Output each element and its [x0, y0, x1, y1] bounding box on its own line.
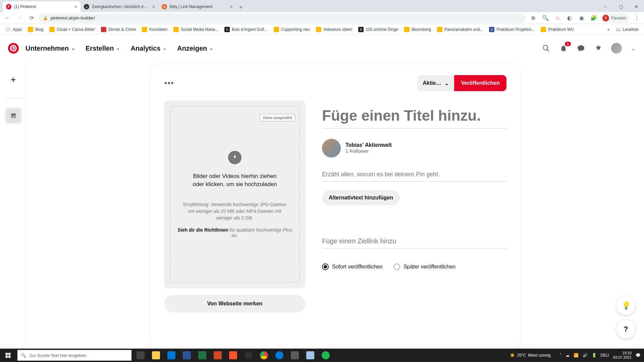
bookmark-item[interactable]: Social Media Mana...	[171, 25, 220, 34]
nav-create[interactable]: Erstellen⌄	[82, 42, 124, 55]
bookmark-item[interactable]: Bloomberg	[402, 25, 433, 34]
description-input[interactable]: Erzähl allen, worum es bei deinem Pin ge…	[322, 169, 506, 182]
weather-widget[interactable]: ☀️ 25°C Meist sonnig	[510, 353, 550, 358]
action-center-icon[interactable]: 💬	[636, 353, 641, 358]
zoom-icon[interactable]: 🔍	[541, 13, 550, 23]
destination-link-input[interactable]: Füge einen Ziellink hinzu	[322, 235, 506, 249]
close-icon[interactable]: ×	[152, 4, 155, 9]
close-window-button[interactable]: ✕	[629, 1, 644, 12]
bookmark-item[interactable]: Blog	[26, 25, 45, 34]
title-input[interactable]: Füge einen Titel hinzu.	[322, 107, 506, 129]
bookmark-item[interactable]: DBois d'Argent Duft...	[222, 25, 269, 34]
edge-icon[interactable]	[272, 349, 287, 362]
guidelines-link[interactable]: Sieh dir die Richtlinien für qualitativ …	[177, 227, 292, 238]
tray-chevron-icon[interactable]: ˄	[559, 353, 561, 358]
user-avatar[interactable]	[611, 43, 622, 54]
site-icon: B	[358, 27, 364, 32]
bookmarks-overflow[interactable]: »	[605, 26, 612, 33]
network-icon[interactable]: 📶	[574, 353, 579, 358]
tab-amazon[interactable]: a Zwergkaninchen: Glücklich durch… ×	[80, 1, 158, 12]
updates-icon[interactable]	[594, 44, 603, 53]
extension-icon[interactable]: ◉	[577, 13, 586, 23]
forward-button[interactable]: →	[15, 13, 24, 23]
pinterest-logo[interactable]	[8, 43, 19, 54]
bookmark-item[interactable]: XPraktikum Projektm...	[487, 25, 537, 34]
radio-publish-now[interactable]: Sofort veröffentlichen	[322, 263, 383, 270]
radio-publish-later[interactable]: Später veröffentlichen	[393, 263, 455, 270]
help-fab[interactable]: ?	[616, 320, 635, 339]
messages-icon[interactable]	[576, 44, 586, 53]
search-icon[interactable]	[541, 44, 551, 53]
draft-thumbnail[interactable]	[6, 108, 21, 123]
bookmark-item[interactable]: B100 schöne Dinge	[356, 25, 400, 34]
alt-text-button[interactable]: Alternativtext hinzufügen	[322, 190, 400, 205]
close-icon[interactable]: ×	[74, 4, 77, 9]
nav-analytics[interactable]: Analytics⌄	[126, 42, 170, 55]
task-view-icon[interactable]	[133, 349, 148, 362]
bookmark-item[interactable]: Kursideen	[140, 25, 169, 34]
canvas: ••• Aktie… ⌄ Veröffentlichen Keine ausge…	[27, 62, 644, 349]
nav-ads[interactable]: Anzeigen⌄	[173, 42, 217, 55]
dropzone-inner: Bilder oder Videos hierhin ziehen oder k…	[170, 106, 300, 283]
excel-icon[interactable]	[195, 349, 210, 362]
new-tab-button[interactable]: +	[236, 3, 246, 12]
site-icon: X	[489, 27, 494, 32]
dropzone-text: Bilder oder Videos hierhin ziehen oder k…	[191, 172, 278, 188]
spotify-icon[interactable]	[318, 349, 333, 362]
back-button[interactable]: ←	[3, 13, 12, 23]
chrome-menu-button[interactable]: ⋮	[632, 13, 641, 23]
bookmark-star-icon[interactable]: ☆	[553, 13, 562, 23]
bookmark-item[interactable]: Copywriting neu	[272, 25, 312, 34]
bookmark-item[interactable]: Videokurs Ideen	[314, 25, 355, 34]
app-icon[interactable]	[287, 349, 303, 362]
profile-avatar: T	[602, 15, 609, 21]
upload-icon	[228, 151, 241, 164]
apps-shortcut[interactable]: ∷Apps	[3, 25, 24, 34]
taskbar-search[interactable]: 🔍Zur Suche Text hier eingeben	[17, 350, 131, 361]
notifications-icon[interactable]: 1	[559, 44, 568, 53]
notepad-icon[interactable]	[303, 349, 318, 362]
close-icon[interactable]: ×	[230, 4, 233, 9]
site-icon: D	[224, 27, 230, 32]
mail-icon[interactable]	[164, 349, 179, 362]
card-body: Keine ausgewählt Bilder oder Videos hier…	[164, 101, 506, 312]
obs-icon[interactable]	[241, 349, 256, 362]
maximize-button[interactable]: ▢	[613, 1, 629, 12]
extension-icon[interactable]: ◐	[565, 13, 574, 23]
extensions-menu-icon[interactable]: 🧩	[589, 13, 598, 23]
brave-icon[interactable]	[225, 349, 241, 362]
bookmark-item[interactable]: Panoramabahn und...	[435, 25, 485, 34]
more-options-button[interactable]: •••	[164, 79, 174, 87]
onedrive-icon[interactable]: ☁	[566, 353, 570, 358]
account-menu-chevron[interactable]: ⌄	[630, 44, 636, 53]
bookmark-item[interactable]: Cload + Canva Bilder	[47, 25, 97, 34]
chrome-icon[interactable]	[256, 349, 272, 362]
save-from-web-button[interactable]: Von Webseite merken	[164, 295, 305, 312]
volume-icon[interactable]: 🔊	[583, 353, 588, 358]
board-selector[interactable]: Aktie… ⌄	[417, 75, 454, 91]
upload-dropzone[interactable]: Keine ausgewählt Bilder oder Videos hier…	[164, 101, 305, 288]
start-button[interactable]	[0, 349, 16, 362]
profile-chip[interactable]: T Pausiert	[601, 13, 629, 23]
clock[interactable]: 19:33 03.07.2021	[613, 351, 632, 360]
powerpoint-icon[interactable]	[210, 349, 225, 362]
ideas-fab[interactable]: 💡	[616, 296, 635, 315]
bookmark-item[interactable]: DDinner & Crime	[99, 25, 138, 34]
bookmark-item[interactable]: Praktikum WU	[539, 25, 576, 34]
explorer-icon[interactable]	[148, 349, 164, 362]
chevron-down-icon: ⌄	[210, 46, 213, 51]
word-icon[interactable]	[179, 349, 195, 362]
folder-icon	[316, 27, 321, 32]
install-app-icon[interactable]: ⊕	[529, 13, 538, 23]
battery-icon[interactable]: 🔋	[592, 353, 597, 358]
language-indicator[interactable]: DEU	[601, 353, 609, 358]
nav-business[interactable]: Unternehmen⌄	[21, 42, 79, 55]
reload-button[interactable]: ⟳	[27, 13, 36, 23]
tab-bitly[interactable]: b Bitly | Link Management ×	[158, 1, 236, 12]
reading-list-button[interactable]: 📖Leseliste	[614, 26, 641, 33]
add-pin-button[interactable]: +	[5, 72, 21, 88]
minimize-button[interactable]: ─	[598, 1, 613, 12]
address-bar[interactable]: 🔒 pinterest.at/pin-builder/	[39, 13, 526, 23]
publish-button[interactable]: Veröffentlichen	[454, 75, 506, 91]
tab-pinterest[interactable]: P (1) Pinterest ×	[3, 1, 80, 12]
